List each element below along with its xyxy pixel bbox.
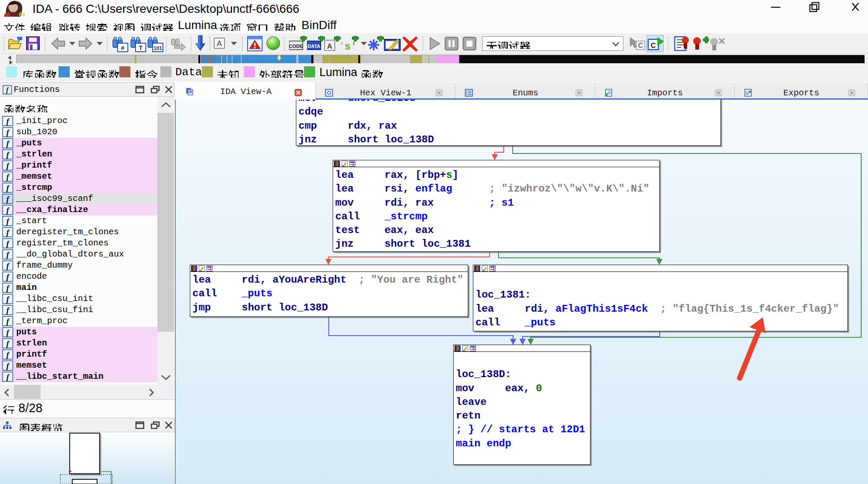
svg-text:T: T: [139, 44, 143, 51]
svg-text:CODE: CODE: [289, 44, 303, 49]
svg-text:A: A: [327, 42, 332, 50]
svg-text:DATA: DATA: [307, 44, 320, 49]
svg-text:A: A: [217, 39, 222, 48]
svg-text:C: C: [651, 41, 656, 50]
svg-text:64: 64: [19, 11, 25, 17]
svg-text:C: C: [638, 42, 643, 49]
svg-text:101: 101: [154, 45, 162, 51]
svg-text:#: #: [121, 44, 124, 51]
svg-text:'s': 's': [342, 41, 357, 52]
